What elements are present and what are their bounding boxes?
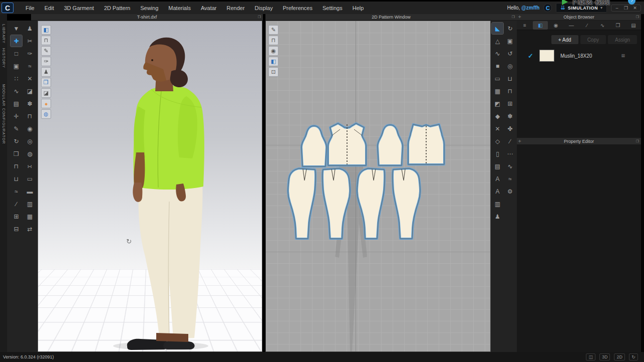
menu-item[interactable]: File xyxy=(21,3,40,13)
fold-zigzag-icon[interactable]: ≈ xyxy=(24,60,36,72)
simulate-icon[interactable]: ▼ xyxy=(11,23,22,34)
check-icon[interactable]: ✓ xyxy=(528,52,533,60)
tab-library[interactable]: LIBRARY xyxy=(2,24,6,44)
restore-button[interactable]: ❐ xyxy=(622,6,629,11)
menu-item[interactable]: Display xyxy=(250,3,278,13)
shirt-pin-icon[interactable]: ⊞ xyxy=(504,98,516,109)
shirt-layer-icon[interactable]: ⊓ xyxy=(24,110,36,122)
pattern-2d-window[interactable]: ✎⊓◉◧⊡ xyxy=(265,21,491,352)
fabric-roll-small-icon[interactable]: ▭ xyxy=(24,173,36,185)
transform-pattern-icon[interactable]: ◣ xyxy=(492,23,503,34)
zigzag-stitch-icon[interactable]: ∿ xyxy=(504,160,516,172)
popout-icon[interactable]: ❐ xyxy=(512,15,515,19)
dock-icon[interactable]: ✛ xyxy=(518,15,521,19)
fabric-settings-icon[interactable]: ⊞ xyxy=(621,53,625,58)
fabric-book-icon[interactable]: ❒ xyxy=(41,78,51,87)
dock-icon[interactable]: ✛ xyxy=(518,139,521,143)
walk-pattern-icon[interactable]: ♟ xyxy=(492,211,503,222)
fitting-width-icon[interactable]: ⇄ xyxy=(24,223,36,235)
internal-shape-icon[interactable]: ◩ xyxy=(492,98,503,109)
tab-label-icon[interactable]: ▤ xyxy=(626,21,641,30)
trace-tool-icon[interactable]: ◇ xyxy=(492,135,503,147)
fabric-name[interactable]: Muslin_18X20 xyxy=(560,53,621,59)
menu-item[interactable]: 2D Pattern xyxy=(99,3,136,13)
box-select-icon[interactable]: □ xyxy=(11,48,22,59)
scissors-icon[interactable]: ✂ xyxy=(24,35,36,47)
edit-pattern-icon[interactable]: △ xyxy=(492,35,503,47)
tab-button-icon[interactable]: ◉ xyxy=(548,21,563,30)
fabric-bolt-icon[interactable]: ▦ xyxy=(24,211,36,222)
wind-globe-icon[interactable]: ◍ xyxy=(41,109,51,119)
show-avatar-icon[interactable]: ♟ xyxy=(41,67,51,77)
avatar-walk-icon[interactable]: ♟ xyxy=(24,23,36,34)
text-tool-icon[interactable]: A xyxy=(492,173,503,185)
show-2d-pattern-icon[interactable]: ◧ xyxy=(268,57,278,66)
bind-cylinder-icon[interactable]: ▯ xyxy=(492,148,503,159)
garment-single-icon[interactable]: ⊟ xyxy=(11,223,22,235)
drape-dark-icon[interactable]: ◪ xyxy=(41,88,51,98)
tab-history[interactable]: HISTORY xyxy=(2,48,6,68)
reverse-stitch-icon[interactable]: ↺ xyxy=(504,48,516,59)
dart-tool-icon[interactable]: ◆ xyxy=(492,110,503,122)
tab-scene-list-icon[interactable]: ≡ xyxy=(517,21,532,30)
slash-line-icon[interactable]: ∕ xyxy=(504,135,516,147)
app-logo[interactable]: C xyxy=(2,3,14,13)
garment-pair-icon[interactable]: ⊞ xyxy=(11,211,22,222)
grading-text-icon[interactable]: A xyxy=(492,186,503,197)
seam-ruler-icon[interactable]: ▤ xyxy=(492,160,503,172)
pin-needle-icon[interactable]: ✑ xyxy=(24,48,36,59)
fabric-roll-large-icon[interactable]: ▬ xyxy=(24,186,36,197)
menu-item[interactable]: Edit xyxy=(40,3,59,13)
edit-curvature-icon[interactable]: ∿ xyxy=(492,48,503,59)
info-2d-icon[interactable]: ◉ xyxy=(268,46,278,56)
show-garment-icon[interactable]: ⊓ xyxy=(41,36,51,45)
texture-paint-icon[interactable]: ✑ xyxy=(41,57,51,66)
tab-fabric-icon[interactable]: ◧ xyxy=(533,21,548,30)
arrange-rotate-icon[interactable]: ↻ xyxy=(11,135,22,147)
flower-trim-icon[interactable]: ✽ xyxy=(24,98,36,109)
notch-tool-icon[interactable]: ✕ xyxy=(492,123,503,134)
split-view-button[interactable]: ◫ xyxy=(586,353,595,360)
avatar-3d[interactable] xyxy=(38,21,262,352)
garment-2d-icon[interactable]: ⊓ xyxy=(268,36,278,45)
minimize-button[interactable]: – xyxy=(613,6,620,11)
measure-tape-icon[interactable]: ≈ xyxy=(11,186,22,197)
inspect-stitch-icon[interactable]: ◎ xyxy=(504,60,516,72)
trim-cluster-icon[interactable]: ✤ xyxy=(504,123,516,134)
menu-item[interactable]: Preferences xyxy=(278,3,317,13)
simulation-dropdown-icon[interactable]: ▾ xyxy=(600,6,602,10)
tack-pin-icon[interactable]: ✛ xyxy=(11,110,22,122)
garment-front-icon[interactable]: ⊔ xyxy=(11,173,22,185)
fabric-roll-pair-icon[interactable]: ▥ xyxy=(24,198,36,210)
brush-icon[interactable]: ✎ xyxy=(11,123,22,134)
add-button[interactable]: + Add xyxy=(551,35,578,44)
lock-garment-icon[interactable]: ⊡ xyxy=(268,67,278,77)
detail-sewing-icon[interactable]: ▤ xyxy=(11,98,22,109)
tab-topstitch-icon[interactable]: — xyxy=(564,21,579,30)
close-button[interactable]: ✕ xyxy=(631,6,638,11)
mode-3d-button[interactable]: 3D xyxy=(599,353,610,360)
topstitch-icon[interactable]: ≈ xyxy=(504,173,516,185)
arrange-board-icon[interactable]: ❒ xyxy=(11,148,22,159)
tab-puckering-icon[interactable]: ∿ xyxy=(595,21,610,30)
popout-icon[interactable]: ❐ xyxy=(258,15,261,19)
zipper-icon[interactable]: ∺ xyxy=(24,160,36,172)
menu-item[interactable]: Settings xyxy=(317,3,348,13)
menu-item[interactable]: Sewing xyxy=(135,3,163,13)
gear-fabric-icon[interactable]: ⚙ xyxy=(504,186,516,197)
avatar-skin-icon[interactable]: ● xyxy=(41,99,51,108)
menu-item[interactable]: Render xyxy=(222,3,250,13)
rectangle-tool-icon[interactable]: ■ xyxy=(492,60,503,72)
segment-sewing-icon[interactable]: ∷ xyxy=(11,73,22,84)
assign-button[interactable]: Assign xyxy=(608,35,637,44)
fold-garment-icon[interactable]: ⊓ xyxy=(11,160,22,172)
sync-button[interactable]: ↻ xyxy=(629,353,638,360)
select-move-icon[interactable]: ✚ xyxy=(11,35,22,47)
pen-2d-icon[interactable]: ✎ xyxy=(268,25,278,35)
free-sewing-icon[interactable]: ∿ xyxy=(11,85,22,97)
menu-item[interactable]: Avatar xyxy=(196,3,222,13)
cloud-icon[interactable]: C xyxy=(543,4,552,12)
internal-rect-icon[interactable]: ▦ xyxy=(492,85,503,97)
stylus-line-icon[interactable]: ∕ xyxy=(11,198,22,210)
popout-icon[interactable]: ❐ xyxy=(636,15,639,19)
